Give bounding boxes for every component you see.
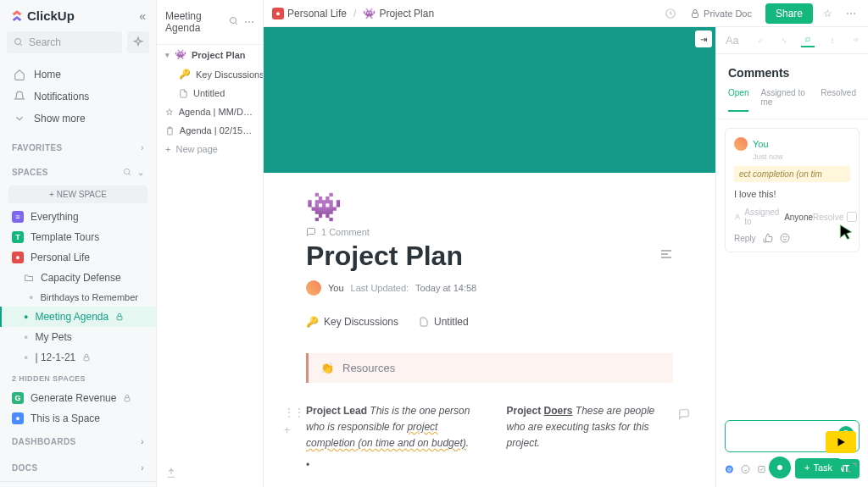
space-twelve[interactable]: ● | 12-1-21 [0, 347, 156, 368]
space-everything[interactable]: ≡ Everything [0, 207, 156, 227]
mention-icon[interactable]: @ [725, 463, 734, 475]
list-toggle-icon[interactable] [659, 247, 673, 261]
space-this-is-a-space[interactable]: ● This is a Space [0, 408, 156, 429]
space-my-pets[interactable]: ● My Pets [0, 327, 156, 347]
new-space-button[interactable]: + NEW SPACE [8, 185, 147, 203]
doc-outline-panel: Meeting Agenda ⋯ ▾ 👾 Project Plan 🔑 Key … [157, 0, 264, 487]
nav-notifications[interactable]: Notifications [0, 86, 156, 108]
home-icon [14, 69, 25, 80]
breadcrumb-space[interactable]: ● Personal Life [272, 8, 347, 19]
nav-show-more[interactable]: Show more [0, 108, 156, 130]
lock-icon [123, 394, 131, 402]
hero-banner[interactable]: ⇥ [264, 27, 715, 173]
right-panel: Aa Comments Open Assigned to me Resolved [715, 27, 868, 487]
doc-title[interactable]: Project Plan [306, 241, 463, 272]
drag-handle-icon[interactable]: ⋮⋮ [284, 405, 304, 421]
space-meeting-agenda[interactable]: ● Meeting Agenda [0, 307, 156, 327]
task-icon[interactable] [757, 463, 766, 475]
space-personal-life[interactable]: ● Personal Life [0, 247, 156, 268]
comment-highlighted-text: ect completion (on tim [734, 166, 850, 182]
comment-avatar [734, 137, 748, 151]
resources-callout[interactable]: 👏 Resources [306, 353, 673, 383]
ai-button[interactable] [127, 31, 149, 53]
spaces-header[interactable]: SPACES ⌄ [0, 158, 156, 182]
main-area: ● Personal Life / 👾 Project Plan Private… [264, 0, 868, 487]
private-doc-button[interactable]: Private Doc [683, 5, 759, 22]
search-icon [123, 168, 132, 177]
author-avatar[interactable] [306, 280, 321, 296]
comments-title: Comments [716, 54, 868, 88]
outline-key-discussions[interactable]: 🔑 Key Discussions [157, 64, 263, 84]
svg-point-23 [777, 465, 782, 470]
resolve-checkbox[interactable] [847, 212, 857, 222]
doc-emoji-icon[interactable]: 👾 [306, 190, 338, 222]
expand-icon[interactable] [846, 462, 858, 473]
dashboards-header[interactable]: DASHBOARDS› [0, 429, 156, 455]
outline-agenda1[interactable]: Agenda | MM/DD/YY [157, 102, 263, 121]
add-block-icon[interactable]: + [284, 423, 304, 439]
bell-icon [14, 91, 25, 102]
outline-new-page[interactable]: + New page [157, 140, 263, 158]
logo[interactable]: ClickUp [10, 8, 75, 23]
tool-text[interactable]: Aa [722, 30, 743, 50]
comment-bubble-icon[interactable] [678, 408, 690, 420]
outline-project-plan[interactable]: ▾ 👾 Project Plan [157, 45, 263, 64]
more-icon[interactable]: ⋯ [244, 16, 254, 28]
hidden-spaces-header[interactable]: 2 HIDDEN SPACES [0, 368, 156, 388]
reply-button[interactable]: Reply [734, 234, 756, 243]
emoji-icon[interactable] [741, 463, 750, 475]
comment-icon [306, 227, 316, 237]
tab-open[interactable]: Open [728, 88, 748, 112]
space-generate-revenue[interactable]: G Generate Revenue [0, 388, 156, 408]
favorites-header[interactable]: FAVORITES › [0, 133, 156, 158]
pin-icon [165, 108, 174, 117]
subpage-key-discussions[interactable]: 🔑Key Discussions [306, 316, 398, 328]
tool-export-icon[interactable] [826, 35, 838, 47]
resolve-button[interactable]: Resolve [813, 213, 843, 222]
space-capacity-defense[interactable]: Capacity Defense [0, 268, 156, 288]
svg-rect-11 [693, 13, 698, 17]
tab-resolved[interactable]: Resolved [821, 88, 856, 112]
subpage-untitled[interactable]: Untitled [419, 316, 469, 328]
tool-relations-icon[interactable] [778, 35, 790, 47]
share-button[interactable]: Share [765, 3, 813, 24]
star-icon[interactable]: ☆ [820, 4, 836, 23]
tool-comments-icon[interactable] [801, 34, 815, 47]
chevron-down-icon [14, 113, 25, 125]
thumbs-up-icon[interactable] [763, 233, 773, 243]
tool-settings-icon[interactable] [850, 35, 862, 47]
docs-header[interactable]: DOCS› [0, 455, 156, 481]
col-project-doers[interactable]: Project Doers These are people who are e… [507, 403, 674, 473]
export-icon[interactable] [165, 467, 177, 479]
search-icon[interactable] [229, 16, 239, 26]
emoji-icon[interactable] [780, 233, 790, 243]
svg-rect-22 [758, 466, 764, 472]
outline-untitled[interactable]: Untitled [157, 84, 263, 102]
record-button[interactable] [769, 457, 791, 479]
two-column-block: ⋮⋮ + Project Lead This is the one person… [306, 403, 673, 473]
tab-assigned[interactable]: Assigned to me [760, 88, 809, 112]
play-button[interactable] [826, 431, 856, 453]
sparkle-icon [132, 36, 144, 48]
new-task-button[interactable]: +Task [796, 458, 841, 477]
space-birthdays[interactable]: ● Birthdays to Remember [0, 288, 156, 307]
lock-icon [115, 313, 124, 321]
col-project-lead[interactable]: Project Lead This is the one person who … [306, 403, 473, 473]
nav-home[interactable]: Home [0, 64, 156, 86]
history-icon[interactable] [665, 8, 676, 19]
space-template-tours[interactable]: T Template Tours [0, 227, 156, 247]
svg-rect-2 [117, 317, 122, 320]
svg-point-13 [784, 41, 786, 42]
svg-point-15 [737, 214, 739, 217]
outline-agenda2[interactable]: Agenda | 02/15/21 [157, 121, 263, 140]
search-input[interactable]: Search [7, 31, 122, 53]
comment-count[interactable]: 1 Comment [306, 227, 463, 237]
tool-edit-icon[interactable] [754, 35, 766, 47]
folder-icon [24, 273, 34, 283]
collapse-sidebar-icon[interactable]: « [139, 9, 146, 23]
svg-rect-3 [84, 357, 89, 361]
sidebar-footer [0, 481, 156, 487]
expand-button[interactable]: ⇥ [695, 30, 712, 47]
more-icon[interactable]: ⋯ [843, 4, 860, 23]
breadcrumb-page[interactable]: 👾 Project Plan [363, 8, 434, 19]
